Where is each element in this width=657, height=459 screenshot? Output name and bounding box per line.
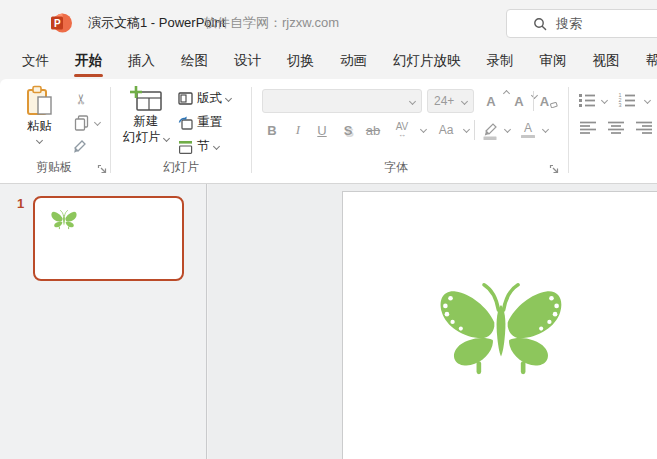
chevron-down-icon xyxy=(542,126,549,133)
underline-button[interactable]: U xyxy=(312,119,332,141)
slide-number: 1 xyxy=(17,196,24,211)
layout-icon xyxy=(178,92,193,105)
paste-button[interactable]: 粘贴 xyxy=(16,85,63,159)
new-slide-label-line1: 新建 xyxy=(134,113,159,129)
group-separator xyxy=(110,87,111,173)
clear-formatting-button[interactable]: A xyxy=(537,90,561,112)
butterfly-image[interactable] xyxy=(434,274,568,377)
format-painter-button[interactable] xyxy=(70,136,92,158)
chevron-down-icon xyxy=(504,126,511,133)
character-spacing-icon: AV ↔ xyxy=(396,122,409,139)
align-left-icon xyxy=(579,121,597,135)
tab-transitions[interactable]: 切换 xyxy=(274,45,327,79)
strikethrough-button[interactable]: ab xyxy=(363,119,383,141)
tab-design[interactable]: 设计 xyxy=(221,45,274,79)
font-dialog-launcher[interactable] xyxy=(549,164,560,175)
scissors-icon: ✂ xyxy=(73,93,89,105)
chevron-down-icon xyxy=(463,126,470,133)
copy-menu-chevron-icon[interactable] xyxy=(94,119,101,126)
slide-editor-area xyxy=(208,184,657,459)
decrease-font-size-button[interactable]: A xyxy=(508,90,530,112)
ribbon: 粘贴 ✂ 剪贴板 新建 幻灯片 xyxy=(0,79,657,184)
eraser-icon xyxy=(550,101,558,108)
font-color-button[interactable]: A xyxy=(518,119,538,141)
powerpoint-logo-icon: P xyxy=(50,12,72,34)
change-case-button[interactable]: Aa xyxy=(436,119,456,141)
new-slide-icon xyxy=(129,85,163,113)
chevron-down-icon xyxy=(36,137,43,144)
layout-label: 版式 xyxy=(197,90,222,107)
character-spacing-button[interactable]: AV ↔ xyxy=(392,119,412,141)
group-separator xyxy=(251,87,252,173)
layout-button[interactable]: 版式 xyxy=(178,88,231,109)
tab-draw[interactable]: 绘图 xyxy=(168,45,221,79)
svg-text:3: 3 xyxy=(619,102,622,108)
slide-thumbnail[interactable] xyxy=(33,196,184,281)
highlighter-pen-icon xyxy=(482,121,500,140)
bullet-list-icon xyxy=(578,92,596,109)
font-size-combobox[interactable]: 24+ xyxy=(427,89,474,113)
ribbon-tab-bar: 文件 开始 插入 绘图 设计 切换 动画 幻灯片放映 录制 审阅 视图 帮助 百… xyxy=(0,45,657,79)
chevron-down-icon xyxy=(601,97,608,104)
search-input[interactable]: 搜索 xyxy=(506,9,657,38)
active-tab-indicator xyxy=(74,74,103,77)
align-center-icon xyxy=(607,121,625,135)
tab-view[interactable]: 视图 xyxy=(580,45,633,79)
section-button[interactable]: 节 xyxy=(178,136,219,157)
font-color-icon: A xyxy=(521,122,535,138)
tab-animations[interactable]: 动画 xyxy=(327,45,380,79)
chevron-down-icon xyxy=(420,126,427,133)
new-slide-label-line2: 幻灯片 xyxy=(123,129,169,145)
cut-button[interactable]: ✂ xyxy=(70,88,92,110)
align-right-button[interactable] xyxy=(632,117,656,139)
bold-button[interactable]: B xyxy=(262,119,282,141)
copy-icon xyxy=(74,115,89,131)
tab-record[interactable]: 录制 xyxy=(474,45,527,79)
chevron-down-icon xyxy=(163,135,170,142)
align-left-button[interactable] xyxy=(576,117,600,139)
group-separator xyxy=(568,87,569,173)
font-group-label: 字体 xyxy=(258,159,534,176)
reset-button[interactable]: 重置 xyxy=(178,112,222,133)
tab-slideshow[interactable]: 幻灯片放映 xyxy=(380,45,474,79)
align-right-icon xyxy=(635,121,653,135)
reset-label: 重置 xyxy=(197,114,222,131)
bullets-button[interactable] xyxy=(576,89,598,111)
font-name-combobox[interactable] xyxy=(262,89,422,113)
chevron-down-icon xyxy=(409,97,416,104)
title-bar: P 演示文稿1 - PowerPoint 软件自学网：rjzxw.com 搜索 xyxy=(0,0,657,45)
section-label: 节 xyxy=(197,138,210,155)
font-size-value: 24+ xyxy=(428,94,462,108)
chevron-down-icon xyxy=(461,97,468,104)
text-highlight-button[interactable] xyxy=(481,119,501,141)
numbering-button[interactable]: 1 2 3 xyxy=(616,89,638,111)
slide-thumbnail-panel: 1 xyxy=(0,184,207,459)
increase-font-size-button[interactable]: A xyxy=(480,90,502,112)
tab-help[interactable]: 帮助 xyxy=(633,45,657,79)
paste-clipboard-icon xyxy=(25,85,55,118)
paste-label: 粘贴 xyxy=(27,118,52,134)
font-color-bar xyxy=(521,135,535,138)
numbered-list-icon: 1 2 3 xyxy=(618,92,636,109)
chevron-down-icon xyxy=(644,97,651,104)
new-slide-button[interactable]: 新建 幻灯片 xyxy=(116,85,176,159)
copy-button[interactable] xyxy=(70,112,92,134)
slides-group-label: 幻灯片 xyxy=(112,159,250,176)
search-icon xyxy=(533,17,547,31)
chevron-down-icon xyxy=(212,143,219,150)
tab-home[interactable]: 开始 xyxy=(62,45,115,79)
tab-review[interactable]: 审阅 xyxy=(527,45,580,79)
chevron-down-icon xyxy=(225,95,232,102)
format-painter-icon xyxy=(73,139,89,155)
align-center-button[interactable] xyxy=(604,117,628,139)
text-shadow-button[interactable]: S xyxy=(338,119,358,141)
italic-button[interactable]: I xyxy=(288,119,308,141)
tab-file[interactable]: 文件 xyxy=(9,45,62,79)
mini-separator xyxy=(474,120,475,140)
butterfly-thumbnail-image xyxy=(50,208,78,230)
clipboard-dialog-launcher[interactable] xyxy=(97,164,108,175)
site-watermark-text: 软件自学网：rjzxw.com xyxy=(204,14,339,32)
tab-insert[interactable]: 插入 xyxy=(115,45,168,79)
section-icon xyxy=(178,140,193,154)
slide-canvas[interactable] xyxy=(342,191,657,459)
